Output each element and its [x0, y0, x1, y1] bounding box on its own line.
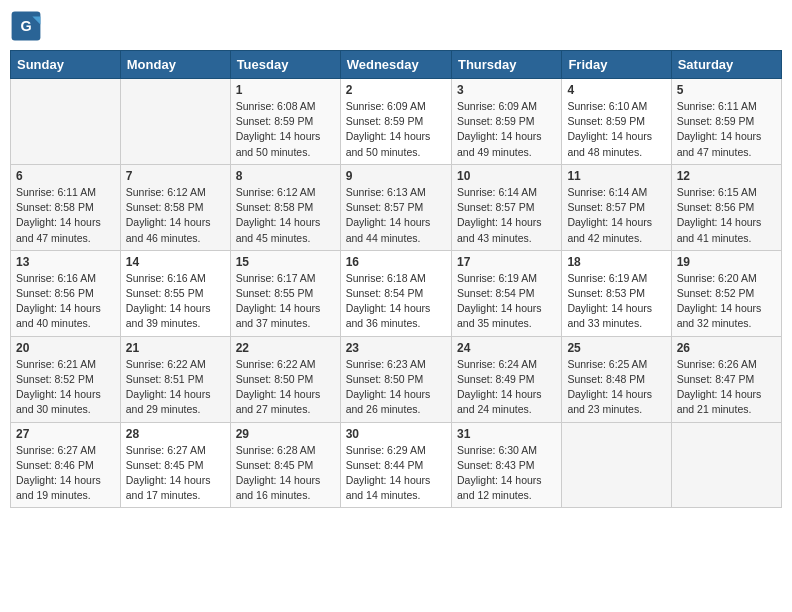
day-cell: 6Sunrise: 6:11 AM Sunset: 8:58 PM Daylig…	[11, 164, 121, 250]
day-info: Sunrise: 6:29 AM Sunset: 8:44 PM Dayligh…	[346, 443, 446, 504]
col-header-saturday: Saturday	[671, 51, 781, 79]
day-cell: 1Sunrise: 6:08 AM Sunset: 8:59 PM Daylig…	[230, 79, 340, 165]
day-number: 2	[346, 83, 446, 97]
day-info: Sunrise: 6:27 AM Sunset: 8:46 PM Dayligh…	[16, 443, 115, 504]
day-number: 19	[677, 255, 776, 269]
day-cell	[11, 79, 121, 165]
day-info: Sunrise: 6:10 AM Sunset: 8:59 PM Dayligh…	[567, 99, 665, 160]
day-info: Sunrise: 6:16 AM Sunset: 8:56 PM Dayligh…	[16, 271, 115, 332]
day-number: 14	[126, 255, 225, 269]
day-number: 9	[346, 169, 446, 183]
day-cell: 11Sunrise: 6:14 AM Sunset: 8:57 PM Dayli…	[562, 164, 671, 250]
week-row-4: 20Sunrise: 6:21 AM Sunset: 8:52 PM Dayli…	[11, 336, 782, 422]
day-cell: 22Sunrise: 6:22 AM Sunset: 8:50 PM Dayli…	[230, 336, 340, 422]
day-number: 25	[567, 341, 665, 355]
day-number: 10	[457, 169, 556, 183]
day-number: 11	[567, 169, 665, 183]
day-number: 18	[567, 255, 665, 269]
day-info: Sunrise: 6:21 AM Sunset: 8:52 PM Dayligh…	[16, 357, 115, 418]
day-info: Sunrise: 6:16 AM Sunset: 8:55 PM Dayligh…	[126, 271, 225, 332]
day-number: 22	[236, 341, 335, 355]
day-cell: 30Sunrise: 6:29 AM Sunset: 8:44 PM Dayli…	[340, 422, 451, 508]
day-number: 29	[236, 427, 335, 441]
day-info: Sunrise: 6:09 AM Sunset: 8:59 PM Dayligh…	[457, 99, 556, 160]
day-cell: 8Sunrise: 6:12 AM Sunset: 8:58 PM Daylig…	[230, 164, 340, 250]
svg-text:G: G	[20, 18, 31, 34]
day-info: Sunrise: 6:14 AM Sunset: 8:57 PM Dayligh…	[457, 185, 556, 246]
day-number: 24	[457, 341, 556, 355]
day-number: 4	[567, 83, 665, 97]
day-info: Sunrise: 6:25 AM Sunset: 8:48 PM Dayligh…	[567, 357, 665, 418]
logo-icon: G	[10, 10, 42, 42]
day-cell: 23Sunrise: 6:23 AM Sunset: 8:50 PM Dayli…	[340, 336, 451, 422]
day-cell: 16Sunrise: 6:18 AM Sunset: 8:54 PM Dayli…	[340, 250, 451, 336]
col-header-thursday: Thursday	[451, 51, 561, 79]
day-number: 21	[126, 341, 225, 355]
day-cell: 17Sunrise: 6:19 AM Sunset: 8:54 PM Dayli…	[451, 250, 561, 336]
day-info: Sunrise: 6:27 AM Sunset: 8:45 PM Dayligh…	[126, 443, 225, 504]
col-header-wednesday: Wednesday	[340, 51, 451, 79]
day-info: Sunrise: 6:26 AM Sunset: 8:47 PM Dayligh…	[677, 357, 776, 418]
day-info: Sunrise: 6:22 AM Sunset: 8:51 PM Dayligh…	[126, 357, 225, 418]
day-number: 7	[126, 169, 225, 183]
day-number: 12	[677, 169, 776, 183]
day-info: Sunrise: 6:11 AM Sunset: 8:59 PM Dayligh…	[677, 99, 776, 160]
day-cell: 27Sunrise: 6:27 AM Sunset: 8:46 PM Dayli…	[11, 422, 121, 508]
day-cell: 2Sunrise: 6:09 AM Sunset: 8:59 PM Daylig…	[340, 79, 451, 165]
day-cell: 3Sunrise: 6:09 AM Sunset: 8:59 PM Daylig…	[451, 79, 561, 165]
day-info: Sunrise: 6:08 AM Sunset: 8:59 PM Dayligh…	[236, 99, 335, 160]
day-info: Sunrise: 6:20 AM Sunset: 8:52 PM Dayligh…	[677, 271, 776, 332]
day-cell: 15Sunrise: 6:17 AM Sunset: 8:55 PM Dayli…	[230, 250, 340, 336]
day-cell: 5Sunrise: 6:11 AM Sunset: 8:59 PM Daylig…	[671, 79, 781, 165]
day-number: 3	[457, 83, 556, 97]
day-info: Sunrise: 6:12 AM Sunset: 8:58 PM Dayligh…	[126, 185, 225, 246]
calendar-table: SundayMondayTuesdayWednesdayThursdayFrid…	[10, 50, 782, 508]
day-number: 8	[236, 169, 335, 183]
week-row-1: 1Sunrise: 6:08 AM Sunset: 8:59 PM Daylig…	[11, 79, 782, 165]
day-number: 16	[346, 255, 446, 269]
day-info: Sunrise: 6:19 AM Sunset: 8:53 PM Dayligh…	[567, 271, 665, 332]
logo: G	[10, 10, 48, 42]
day-cell: 21Sunrise: 6:22 AM Sunset: 8:51 PM Dayli…	[120, 336, 230, 422]
day-cell: 9Sunrise: 6:13 AM Sunset: 8:57 PM Daylig…	[340, 164, 451, 250]
day-info: Sunrise: 6:17 AM Sunset: 8:55 PM Dayligh…	[236, 271, 335, 332]
day-info: Sunrise: 6:19 AM Sunset: 8:54 PM Dayligh…	[457, 271, 556, 332]
day-cell: 14Sunrise: 6:16 AM Sunset: 8:55 PM Dayli…	[120, 250, 230, 336]
day-cell: 7Sunrise: 6:12 AM Sunset: 8:58 PM Daylig…	[120, 164, 230, 250]
day-info: Sunrise: 6:30 AM Sunset: 8:43 PM Dayligh…	[457, 443, 556, 504]
day-info: Sunrise: 6:12 AM Sunset: 8:58 PM Dayligh…	[236, 185, 335, 246]
day-cell: 10Sunrise: 6:14 AM Sunset: 8:57 PM Dayli…	[451, 164, 561, 250]
day-cell: 20Sunrise: 6:21 AM Sunset: 8:52 PM Dayli…	[11, 336, 121, 422]
day-number: 15	[236, 255, 335, 269]
day-cell: 24Sunrise: 6:24 AM Sunset: 8:49 PM Dayli…	[451, 336, 561, 422]
col-header-monday: Monday	[120, 51, 230, 79]
day-number: 27	[16, 427, 115, 441]
calendar-header-row: SundayMondayTuesdayWednesdayThursdayFrid…	[11, 51, 782, 79]
day-cell: 28Sunrise: 6:27 AM Sunset: 8:45 PM Dayli…	[120, 422, 230, 508]
day-number: 13	[16, 255, 115, 269]
col-header-sunday: Sunday	[11, 51, 121, 79]
day-cell: 19Sunrise: 6:20 AM Sunset: 8:52 PM Dayli…	[671, 250, 781, 336]
day-info: Sunrise: 6:24 AM Sunset: 8:49 PM Dayligh…	[457, 357, 556, 418]
day-number: 1	[236, 83, 335, 97]
day-number: 20	[16, 341, 115, 355]
day-info: Sunrise: 6:18 AM Sunset: 8:54 PM Dayligh…	[346, 271, 446, 332]
day-cell	[671, 422, 781, 508]
day-cell: 25Sunrise: 6:25 AM Sunset: 8:48 PM Dayli…	[562, 336, 671, 422]
day-number: 6	[16, 169, 115, 183]
day-cell	[120, 79, 230, 165]
day-cell: 31Sunrise: 6:30 AM Sunset: 8:43 PM Dayli…	[451, 422, 561, 508]
day-cell	[562, 422, 671, 508]
day-cell: 12Sunrise: 6:15 AM Sunset: 8:56 PM Dayli…	[671, 164, 781, 250]
day-cell: 4Sunrise: 6:10 AM Sunset: 8:59 PM Daylig…	[562, 79, 671, 165]
day-number: 5	[677, 83, 776, 97]
day-info: Sunrise: 6:14 AM Sunset: 8:57 PM Dayligh…	[567, 185, 665, 246]
day-number: 26	[677, 341, 776, 355]
day-cell: 18Sunrise: 6:19 AM Sunset: 8:53 PM Dayli…	[562, 250, 671, 336]
day-number: 28	[126, 427, 225, 441]
day-info: Sunrise: 6:11 AM Sunset: 8:58 PM Dayligh…	[16, 185, 115, 246]
day-info: Sunrise: 6:22 AM Sunset: 8:50 PM Dayligh…	[236, 357, 335, 418]
day-number: 30	[346, 427, 446, 441]
page-header: G	[10, 10, 782, 42]
day-cell: 26Sunrise: 6:26 AM Sunset: 8:47 PM Dayli…	[671, 336, 781, 422]
